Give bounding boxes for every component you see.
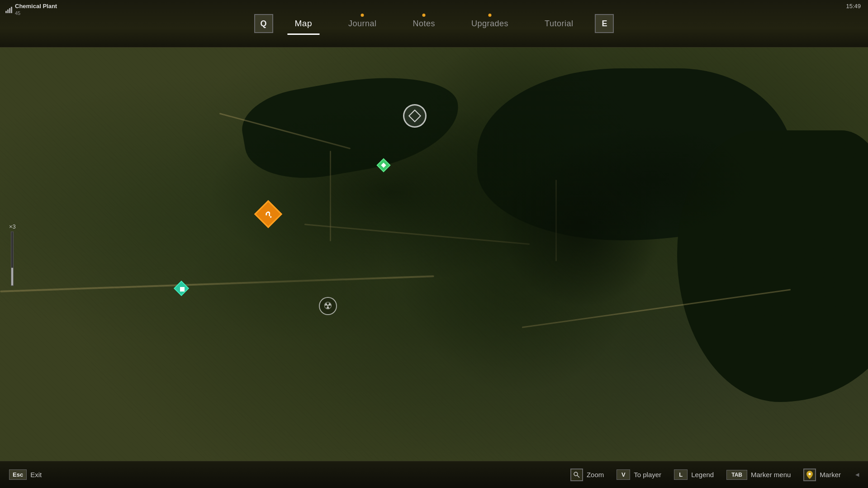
esc-key[interactable]: Esc xyxy=(9,469,27,480)
tab-upgrades-label[interactable]: Upgrades xyxy=(453,15,526,32)
tab-key[interactable]: TAB xyxy=(726,470,747,480)
player-marker xyxy=(376,158,391,172)
legend-button[interactable]: L Legend xyxy=(674,469,714,480)
radiation-symbol: ☢ xyxy=(323,301,332,311)
markers-layer: ? ☢ xyxy=(0,48,868,461)
marker-label: Marker xyxy=(820,471,841,478)
marker-icon-box xyxy=(803,469,816,481)
svg-point-2 xyxy=(809,473,811,475)
tab-upgrades[interactable]: Upgrades xyxy=(453,15,526,32)
legend-label: Legend xyxy=(691,471,714,478)
q-key-button[interactable]: Q xyxy=(254,14,273,33)
tab-tutorial[interactable]: Tutorial xyxy=(526,15,591,32)
zoom-icon xyxy=(570,469,583,481)
marker-button[interactable]: Marker xyxy=(803,469,841,481)
topbar-left-info: Chemical Plant 45 xyxy=(0,0,62,19)
tab-notes[interactable]: Notes xyxy=(395,15,454,32)
v-key[interactable]: V xyxy=(617,469,630,480)
to-player-button[interactable]: V To player xyxy=(617,469,661,480)
e-key-button[interactable]: E xyxy=(595,14,614,33)
bottom-bar: Esc Exit Zoom V To player L Legend TAB M… xyxy=(0,461,868,488)
svg-line-1 xyxy=(577,475,579,478)
zoom-svg xyxy=(573,471,580,478)
topbar-time: 15:49 xyxy=(839,0,868,12)
tab-journal-label[interactable]: Journal xyxy=(330,15,395,32)
to-player-label: To player xyxy=(634,471,661,478)
signal-icon xyxy=(5,6,12,13)
exit-button[interactable]: Esc Exit xyxy=(9,469,42,480)
marker-menu-label: Marker menu xyxy=(751,471,791,478)
exit-label: Exit xyxy=(30,471,42,478)
marker-svg xyxy=(806,471,813,479)
teal-diamond-marker xyxy=(176,283,189,296)
tab-tutorial-label[interactable]: Tutorial xyxy=(526,15,591,32)
map-background: ×3 xyxy=(0,48,868,461)
tab-map-label[interactable]: Map xyxy=(277,15,330,32)
marker-menu-button[interactable]: TAB Marker menu xyxy=(726,470,791,480)
warning-marker: ? xyxy=(258,204,280,226)
tab-journal[interactable]: Journal xyxy=(330,15,395,32)
radiation-marker: ☢ xyxy=(319,297,337,315)
location-name: Chemical Plant xyxy=(15,3,57,10)
map-container[interactable]: ×3 xyxy=(0,48,868,461)
circle-marker-north xyxy=(403,104,427,128)
tab-notes-label[interactable]: Notes xyxy=(395,15,454,32)
svg-point-0 xyxy=(574,472,578,476)
topbar: Chemical Plant 45 Q Map Journal Notes Up… xyxy=(0,0,868,48)
tab-map[interactable]: Map xyxy=(277,15,330,32)
audio-indicator: ◀ xyxy=(855,472,859,478)
player-level: 45 xyxy=(15,10,57,16)
nav-tabs: Q Map Journal Notes Upgrades Tutorial E xyxy=(251,14,618,33)
zoom-label: Zoom xyxy=(587,471,604,478)
diamond-inner xyxy=(180,287,185,292)
l-key[interactable]: L xyxy=(674,469,688,480)
circle-marker-inner xyxy=(408,109,421,122)
zoom-button[interactable]: Zoom xyxy=(570,469,604,481)
